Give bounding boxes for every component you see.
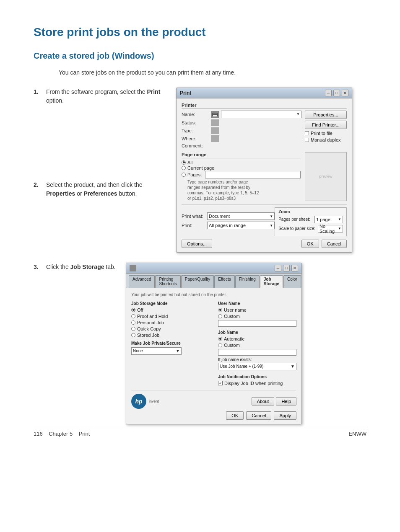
scale-arrow: ▼: [338, 227, 341, 230]
help-btn[interactable]: Help: [276, 397, 296, 405]
print-to-file-label: Print to file: [311, 131, 332, 136]
info-bar: Your job will be printed but not stored …: [131, 292, 296, 297]
js-ok-btn[interactable]: OK: [226, 411, 244, 420]
manual-duplex-label: Manual duplex: [311, 137, 341, 142]
js-footer-btns: About Help: [252, 397, 296, 405]
user-name-input[interactable]: XXXXXXXXXX: [218, 320, 296, 327]
name-dropdown[interactable]: ▼: [221, 111, 301, 118]
bottom-left: Print what: Document ▼ Print: All pages …: [182, 212, 275, 231]
svg-rect-2: [213, 115, 217, 116]
type-label: Type:: [182, 128, 211, 133]
mode-stored-job[interactable]: Stored Job: [131, 333, 210, 338]
pages-per-sheet-dropdown[interactable]: 1 page ▼: [314, 216, 343, 223]
step-1-number: 1.: [34, 88, 46, 95]
all-radio[interactable]: All: [182, 160, 301, 165]
maximize-btn[interactable]: □: [333, 90, 340, 96]
user-name-radio[interactable]: User name: [218, 307, 296, 312]
svg-rect-1: [213, 112, 217, 114]
tab-advanced[interactable]: Advanced: [129, 275, 155, 288]
name-dropdown-arrow: ▼: [296, 112, 300, 116]
print-value: All pages in range: [209, 223, 246, 228]
minimize-btn[interactable]: ─: [325, 90, 332, 96]
step-3-right: ─ □ ✕ Advanced Printing Shortcuts Paper/…: [126, 263, 366, 424]
print-btn-row: Options... OK Cancel: [182, 240, 347, 248]
options-btn[interactable]: Options...: [182, 240, 212, 248]
col-right: User Name User name Custom XXXXXXXXXX Jo…: [218, 301, 296, 386]
steps-area: 1. From the software program, select the…: [34, 88, 366, 253]
current-page-label: Current page: [187, 165, 214, 170]
dialog-controls: ─ □ ✕: [325, 90, 348, 96]
about-btn[interactable]: About: [252, 397, 275, 405]
print-what-dropdown[interactable]: Document ▼: [207, 212, 275, 220]
step-3-area: 3. Click the Job Storage tab. ─ □ ✕: [34, 263, 366, 424]
print-row: Print: All pages in range ▼: [182, 222, 275, 229]
page-range-area: Page range All Current page: [182, 152, 347, 201]
tab-paper-quality[interactable]: Paper/Quality: [181, 275, 214, 288]
status-label: Status:: [182, 120, 211, 125]
job-name-auto-dot: [218, 337, 222, 341]
display-job-id-check: ✓: [219, 381, 222, 385]
print-dropdown[interactable]: All pages in range ▼: [207, 222, 275, 229]
tab-printing-shortcuts[interactable]: Printing Shortcuts: [155, 275, 180, 288]
job-notification-section: Job Notification Options ✓ Display Job I…: [218, 374, 296, 386]
job-name-input[interactable]: <Automatic>: [218, 349, 296, 356]
ok-cancel-btns: OK Cancel: [301, 240, 347, 248]
js-footer: hp invent About Help: [131, 390, 296, 409]
user-name-option-label: User name: [224, 307, 247, 312]
properties-btn[interactable]: Properties...: [305, 111, 347, 119]
js-body: Your job will be printed but not stored …: [126, 288, 301, 424]
step-2-number: 2.: [34, 181, 46, 188]
mode-quick-copy[interactable]: Quick Copy: [131, 326, 210, 331]
js-minimize-btn[interactable]: ─: [275, 265, 281, 271]
user-custom-radio[interactable]: Custom: [218, 314, 296, 319]
pages-label: Pages:: [187, 172, 202, 177]
print-to-file-checkbox[interactable]: Print to file: [305, 131, 347, 136]
job-name-custom-label: Custom: [224, 343, 240, 348]
js-maximize-btn[interactable]: □: [283, 265, 290, 271]
scale-label: Scale to paper size:: [278, 226, 315, 231]
job-name-auto-label: Automatic: [224, 336, 244, 341]
page-range-label: Page range: [182, 152, 301, 158]
right-buttons: Properties... Find Printer... Print to f…: [305, 111, 347, 150]
pages-radio[interactable]: Pages:: [182, 171, 301, 178]
cancel-btn[interactable]: Cancel: [322, 240, 347, 248]
tab-job-storage[interactable]: Job Storage: [260, 275, 283, 288]
mode-proof-hold[interactable]: Proof and Hold: [131, 314, 210, 319]
user-custom-label: Custom: [224, 314, 240, 319]
job-name-custom-radio[interactable]: Custom: [218, 343, 296, 348]
tab-effects[interactable]: Effects: [214, 275, 234, 288]
preview-area: preview: [305, 152, 347, 201]
step-3-text: Click the Job Storage tab.: [46, 263, 116, 271]
hp-invent-label: invent: [149, 399, 159, 403]
manual-duplex-checkbox[interactable]: Manual duplex: [305, 137, 347, 142]
footer-right: ENWW: [348, 431, 366, 437]
tabs-row: Advanced Printing Shortcuts Paper/Qualit…: [126, 274, 301, 288]
mode-personal-job[interactable]: Personal Job: [131, 320, 210, 325]
job-name-auto-radio[interactable]: Automatic: [218, 336, 296, 341]
scale-value: No Scaling: [319, 224, 338, 234]
print-dialog[interactable]: Print ─ □ ✕ Printer Name:: [176, 88, 352, 253]
make-job-dropdown[interactable]: None ▼: [131, 347, 182, 355]
pages-per-sheet-label: Pages per sheet:: [278, 217, 312, 222]
make-job-section: Make Job Private/Secure None ▼: [131, 341, 210, 355]
main-title: Store print jobs on the product: [34, 25, 366, 39]
print-to-file-box: [305, 131, 309, 135]
job-storage-dialog[interactable]: ─ □ ✕ Advanced Printing Shortcuts Paper/…: [126, 263, 302, 424]
mode-off[interactable]: Off: [131, 307, 210, 312]
pages-input[interactable]: [205, 171, 301, 178]
js-apply-btn[interactable]: Apply: [274, 411, 296, 420]
scale-dropdown[interactable]: No Scaling ▼: [318, 225, 343, 232]
close-btn[interactable]: ✕: [342, 90, 348, 96]
tab-finishing[interactable]: Finishing: [235, 275, 260, 288]
status-icon: [211, 119, 301, 126]
enww-label: ENWW: [348, 431, 366, 437]
find-printer-btn[interactable]: Find Printer...: [305, 121, 347, 129]
job-name-title: Job Name: [218, 330, 296, 335]
js-cancel-btn[interactable]: Cancel: [246, 411, 271, 420]
tab-color[interactable]: Color: [283, 275, 301, 288]
current-page-radio[interactable]: Current page: [182, 165, 301, 170]
display-job-id-checkbox[interactable]: ✓ Display Job ID when printing: [218, 381, 296, 386]
if-job-name-dropdown[interactable]: Use Job Name + (1-99) ▼: [218, 363, 296, 370]
js-close-btn[interactable]: ✕: [291, 265, 298, 271]
ok-btn[interactable]: OK: [301, 240, 319, 248]
